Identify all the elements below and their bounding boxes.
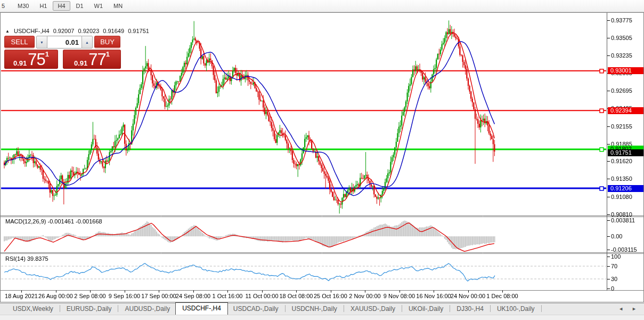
tf-button-mn[interactable]: MN (109, 1, 127, 11)
tab-separator (541, 305, 542, 312)
time-axis-label: 1 Dec 08:00 (486, 293, 518, 299)
tf-button-d1[interactable]: D1 (71, 1, 88, 11)
tab-xauusd-daily[interactable]: XAUUSD-,Daily (345, 303, 401, 315)
ohlc-close: 0.91751 (128, 28, 149, 34)
time-axis-label: 2 Sep 08:00 (74, 293, 105, 299)
time-axis-label: 17 Sep 00:00 (141, 293, 176, 299)
price-axis-label: 0.91080 (611, 194, 632, 200)
buy-button[interactable]: BUY (94, 36, 120, 49)
tab-uk100-daily[interactable]: UK100-,Daily (492, 303, 540, 315)
chart-title: USDCHF-,H4 (14, 28, 50, 34)
tab-usdcad-daily[interactable]: USDCAD-,Daily (228, 303, 284, 315)
ohlc-open: 0.92007 (53, 28, 75, 34)
macd-axis-label: -0.003115 (611, 246, 637, 253)
ohlc-high: 0.92023 (78, 28, 100, 34)
tab-separator (490, 305, 491, 312)
macd-label: MACD(12,26,9) -0.001461 -0.001668 (5, 218, 102, 225)
tab-eurusd-daily[interactable]: EURUSD-,Daily (61, 303, 117, 315)
timeframe-toolbar: 5 M30 H1 H4 D1 W1 MN (0, 0, 644, 12)
price-axis-label: 0.91350 (611, 175, 632, 182)
price-line-badge: 0.93001 (608, 67, 643, 74)
tf-button-w1[interactable]: W1 (89, 1, 108, 11)
buy-price-small: 0.91 (74, 59, 87, 67)
tab-usdchf-h4[interactable]: USDCHF-,H4 (175, 302, 228, 315)
scroll-left-icon[interactable]: ◄ (618, 306, 623, 311)
macd-axis-label: 0.003811 (611, 217, 635, 223)
tab-dj30-h4[interactable]: DJ30-,H4 (451, 303, 489, 315)
mt4-application: 5 M30 H1 H4 D1 W1 MN ▲ USDCHF-,H4 0.9200… (0, 0, 644, 320)
price-axis-label: 0.93775 (611, 17, 632, 23)
rsi-axis-label: 70 (611, 263, 617, 269)
tab-separator (344, 305, 344, 312)
chart-header: ▲ USDCHF-,H4 0.92007 0.92023 0.91649 0.9… (5, 28, 151, 34)
sell-price-sup: 1 (45, 50, 49, 58)
ohlc-low: 0.91649 (103, 28, 124, 34)
tf-button-m15[interactable]: 5 (1, 1, 12, 11)
volume-increase-icon[interactable]: ▲ (81, 36, 93, 49)
volume-decrease-icon[interactable]: ▼ (36, 36, 47, 49)
macd-axis-label: 0.00 (611, 233, 622, 239)
price-line-badge: 0.92394 (608, 107, 643, 114)
tf-button-m30[interactable]: M30 (13, 1, 34, 11)
time-axis-label: 26 Aug 00:00 (38, 293, 73, 299)
tf-button-h4[interactable]: H4 (53, 1, 70, 11)
price-axis-label: 0.90810 (611, 211, 632, 218)
chart-tab-bar: USDX,Weekly EURUSD-,Daily AUDUSD-,Daily … (0, 303, 644, 315)
tab-usdx-weekly[interactable]: USDX,Weekly (7, 303, 59, 315)
time-axis-label: 24 Sep 08:00 (176, 293, 210, 299)
tab-separator (118, 305, 118, 312)
time-axis-label: 24 Nov 00:00 (451, 293, 485, 299)
time-axis-label: 9 Sep 16:00 (109, 293, 140, 299)
tf-button-h1[interactable]: H1 (35, 1, 52, 11)
price-axis-label: 0.93505 (611, 35, 632, 41)
price-axis-label: 0.93235 (611, 52, 632, 59)
collapse-panel-icon[interactable]: ▲ (5, 29, 10, 34)
time-axis-label: 25 Oct 16:00 (314, 293, 347, 299)
scroll-right-icon[interactable]: ► (632, 306, 637, 311)
time-axis-label: 18 Oct 08:00 (280, 293, 313, 299)
sell-price-box[interactable]: 0.91 75 1 (4, 50, 58, 69)
current-price-badge: 0.91751 (608, 149, 643, 156)
tab-audusd-daily[interactable]: AUDUSD-,Daily (119, 303, 175, 315)
buy-price-big: 77 (88, 52, 105, 67)
time-axis-label: 11 Oct 00:00 (245, 293, 278, 299)
chart-window: ▲ USDCHF-,H4 0.92007 0.92023 0.91649 0.9… (0, 12, 644, 302)
time-axis-label: 2 Nov 00:00 (349, 293, 380, 299)
buy-price-sup: 1 (106, 50, 110, 58)
rsi-axis-label: 30 (611, 276, 617, 282)
time-axis-label: 1 Oct 16:00 (213, 293, 243, 299)
tab-separator (60, 305, 60, 312)
rsi-axis-label: 0 (611, 285, 614, 292)
status-bar (0, 315, 644, 320)
tab-separator (285, 305, 286, 312)
sell-price-small: 0.91 (13, 59, 27, 67)
rsi-axis-label: 100 (611, 253, 621, 260)
tab-scroll-controls: ◄ ► (618, 306, 637, 311)
tab-usdcnh-daily[interactable]: USDCNH-,Daily (287, 303, 343, 315)
tab-separator (450, 305, 450, 312)
time-axis-label: 9 Nov 08:00 (384, 293, 415, 299)
tab-ukoil-daily[interactable]: UKOil-,Daily (403, 303, 449, 315)
buy-price-box[interactable]: 0.91 77 1 (63, 50, 121, 69)
price-axis-label: 0.92695 (611, 87, 632, 94)
one-click-trading-panel: SELL ▼ ▲ BUY 0.91 75 1 0.91 77 1 (4, 36, 121, 69)
volume-input[interactable] (47, 36, 81, 49)
tab-separator (402, 305, 402, 312)
time-axis-label: 18 Aug 2021 (5, 293, 38, 299)
sell-button[interactable]: SELL (4, 36, 35, 49)
price-axis-label: 0.92155 (611, 123, 632, 130)
time-axis-label: 16 Nov 16:00 (416, 293, 451, 299)
price-axis-label: 0.91620 (611, 158, 632, 164)
sell-price-big: 75 (28, 52, 45, 67)
price-line-badge: 0.91206 (608, 185, 643, 192)
rsi-label: RSI(14) 39.8375 (5, 255, 48, 262)
